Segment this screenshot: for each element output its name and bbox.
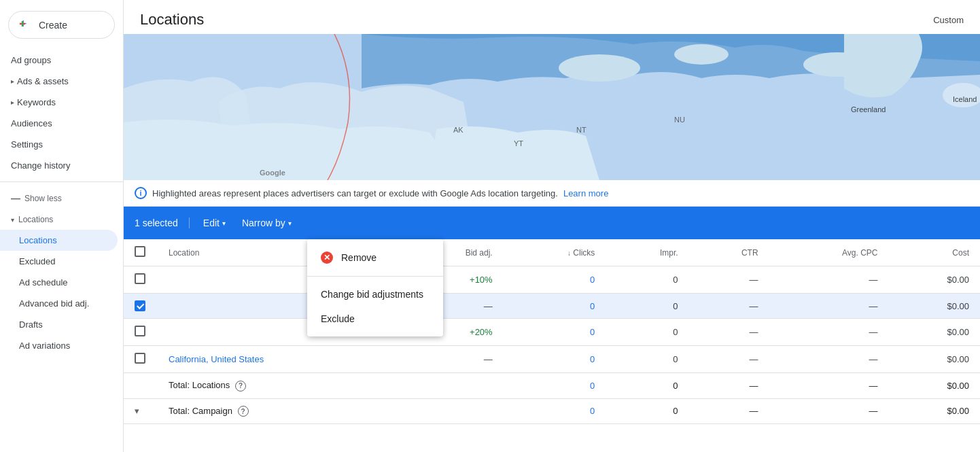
svg-point-4 [559,54,640,82]
show-less-toggle[interactable]: — Show less [0,188,123,209]
cell-clicks: 0 [504,266,606,294]
svg-text:Google: Google [260,169,285,177]
remove-icon: ✕ [321,251,333,264]
col-impr: Impr. [606,239,688,266]
col-ctr: CTR [689,239,769,266]
svg-text:Greenland: Greenland [851,105,886,114]
sidebar-item-keywords[interactable]: ▸ Keywords [0,92,118,113]
cell-clicks: 0 [504,319,606,346]
cell-total-label: Total: Campaign ? [158,398,402,424]
help-icon[interactable]: ? [235,381,246,392]
arrow-icon: ▸ [11,77,14,85]
chevron-down-icon: ▾ [288,220,292,227]
row-checkbox[interactable] [135,273,145,284]
cell-impr: 0 [606,398,688,424]
chevron-down-icon: ▾ [222,220,226,227]
info-bar: i Highlighted areas represent places adv… [124,180,980,207]
cell-clicks: 0 [504,294,606,319]
cell-clicks: 0 [504,373,606,399]
cell-impr: 0 [606,346,688,373]
edit-button[interactable]: Edit ▾ [195,212,234,234]
google-plus-icon: + [20,17,33,33]
cell-ctr: — [689,266,769,294]
cell-avg-cpc: — [769,346,889,373]
sidebar-item-ads-assets[interactable]: ▸ Ads & assets [0,71,118,92]
cell-ctr: — [689,373,769,399]
sidebar-item-ad-schedule[interactable]: Ad schedule [0,272,118,293]
col-cost: Cost [889,239,980,266]
cell-avg-cpc: — [769,294,889,319]
cell-checkbox[interactable] [124,346,158,373]
locations-section-header[interactable]: ▾ Locations [0,209,123,230]
svg-text:Iceland: Iceland [953,95,977,103]
cell-avg-cpc: — [769,319,889,346]
narrow-by-button[interactable]: Narrow by ▾ [234,212,300,234]
sidebar-item-change-history[interactable]: Change history [0,155,118,176]
dropdown-divider [307,276,443,277]
cell-bid-adj: — [402,346,504,373]
svg-text:AK: AK [453,126,463,134]
custom-label: Custom [933,15,964,25]
help-icon[interactable]: ? [238,406,249,417]
main-content: Locations Custom AK YT [124,0,980,452]
cell-impr: 0 [606,319,688,346]
exclude-option[interactable]: Exclude [307,307,443,331]
remove-option[interactable]: ✕ Remove [307,245,443,271]
cell-location: California, United States [158,346,402,373]
cell-cost: $0.00 [889,373,980,399]
sidebar-item-drafts[interactable]: Drafts [0,314,118,335]
sidebar-item-ad-groups[interactable]: Ad groups [0,50,118,71]
table-row: +10% 0 0 — — $0.00 [124,266,980,294]
cell-impr: 0 [606,373,688,399]
row-checkbox[interactable] [135,353,145,364]
table-row: California, United States — 0 0 — — $0.0… [124,346,980,373]
header-checkbox[interactable] [135,246,145,257]
sidebar-item-settings[interactable]: Settings [0,134,118,155]
cell-cost: $0.00 [889,398,980,424]
cell-cost: $0.00 [889,266,980,294]
learn-more-link[interactable]: Learn more [563,188,608,198]
cell-total-label: Total: Locations ? [158,373,402,399]
col-clicks[interactable]: ↓ Clicks [504,239,606,266]
map-visualization: AK YT NT NU Greenland Iceland Google [124,34,980,180]
cell-cost: $0.00 [889,319,980,346]
cell-checkbox[interactable] [124,266,158,294]
svg-text:NU: NU [674,116,685,124]
sidebar: + Create Ad groups ▸ Ads & assets ▸ Keyw… [0,0,124,452]
sidebar-item-ad-variations[interactable]: Ad variations [0,335,118,356]
map-container: AK YT NT NU Greenland Iceland Google [124,34,980,180]
cell-cost: $0.00 [889,346,980,373]
arrow-icon: ▸ [11,99,14,106]
chevron-down-icon: ▾ [135,406,139,416]
cell-avg-cpc: — [769,266,889,294]
sidebar-item-excluded[interactable]: Excluded [0,251,118,272]
total-locations-row: Total: Locations ? 0 0 — — $0.00 [124,373,980,399]
sidebar-item-advanced-bid[interactable]: Advanced bid adj. [0,293,118,314]
create-label: Create [39,20,67,31]
cell-avg-cpc: — [769,373,889,399]
cell-impr: 0 [606,294,688,319]
edit-dropdown-menu: ✕ Remove Change bid adjustments Exclude [307,239,443,336]
sidebar-item-locations[interactable]: Locations [0,230,118,251]
cell-clicks: 0 [504,398,606,424]
svg-text:NT: NT [576,126,587,134]
info-icon: i [135,187,147,199]
row-checkbox[interactable] [135,326,145,336]
selected-count: 1 selected [135,218,190,228]
total-campaign-row: ▾ Total: Campaign ? 0 0 — — $0.00 [124,398,980,424]
dash-icon: — [11,193,20,204]
cell-impr: 0 [606,266,688,294]
cell-ctr: — [689,319,769,346]
cell-cost: $0.00 [889,294,980,319]
chevron-down-icon: ▾ [11,216,14,224]
change-bid-option[interactable]: Change bid adjustments [307,282,443,307]
divider [0,181,123,182]
cell-avg-cpc: — [769,398,889,424]
cell-checkbox[interactable] [124,319,158,346]
cell-checkbox[interactable] [124,294,158,319]
create-button[interactable]: + Create [8,11,115,39]
cell-ctr: — [689,294,769,319]
row-checkbox[interactable] [135,300,145,311]
svg-point-5 [674,44,729,65]
sidebar-item-audiences[interactable]: Audiences [0,113,118,134]
